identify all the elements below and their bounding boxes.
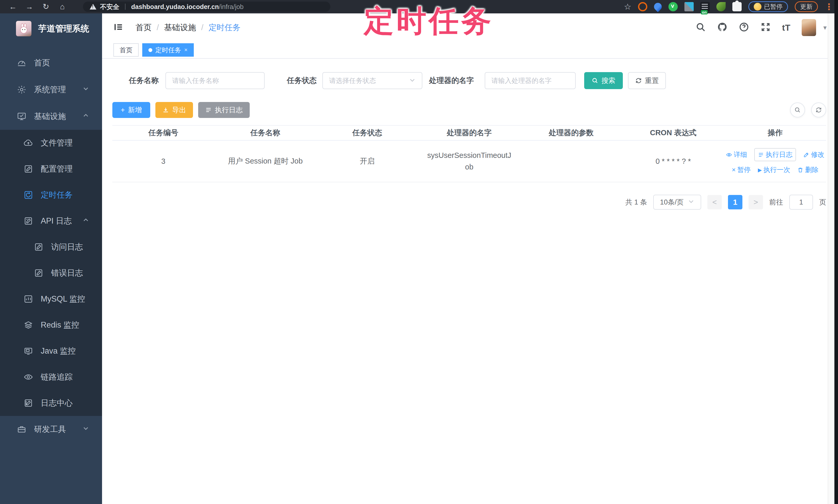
column-header-5: 处理器的参数	[520, 128, 622, 138]
profile-chip[interactable]: 已暂停	[748, 1, 788, 12]
sidebar-item-6[interactable]: 定时任务	[0, 182, 102, 208]
url-host: dashboard.yudao.iocoder.cn	[131, 3, 219, 10]
sidebar-item-8[interactable]: 访问日志	[0, 234, 102, 260]
bookmark-star-icon[interactable]: ☆	[624, 2, 631, 12]
tag-2[interactable]: 定时任务×	[142, 43, 194, 57]
job-status-select[interactable]	[322, 72, 422, 89]
extension-leaf-icon[interactable]	[716, 2, 726, 11]
jobs-table: 任务编号任务名称任务状态处理器的名字处理器的参数CRON 表达式操作 3 用户 …	[112, 125, 826, 182]
column-header-6: CRON 表达式	[622, 128, 724, 138]
sidebar-item-10[interactable]: MySQL 监控	[0, 286, 102, 312]
user-caret-down-icon[interactable]: ▾	[823, 24, 827, 32]
reset-button[interactable]: 重置	[628, 72, 666, 89]
add-button[interactable]: +新增	[112, 102, 150, 118]
job-name-field[interactable]	[165, 72, 265, 89]
app-logo-row: 芋道管理系统	[0, 13, 102, 44]
home-icon[interactable]: ⌂	[54, 0, 71, 13]
tag-1[interactable]: 首页	[114, 43, 139, 57]
app-title: 芋道管理系统	[38, 23, 89, 35]
extension-orange-icon[interactable]	[638, 2, 647, 11]
sidebar-item-15[interactable]: 研发工具	[0, 416, 102, 443]
address-bar[interactable]: 不安全 dashboard.yudao.iocoder.cn/infra/job	[83, 2, 330, 12]
search-button[interactable]: 搜索	[584, 72, 623, 89]
sidebar-fold-icon[interactable]	[114, 22, 124, 33]
export-button[interactable]: 导出	[155, 102, 193, 118]
handler-input[interactable]	[491, 77, 569, 85]
user-avatar[interactable]	[802, 19, 816, 36]
column-header-1: 任务编号	[112, 128, 214, 138]
extension-list-icon[interactable]: on	[700, 2, 710, 11]
annotation-overlay-text: 定时任务	[364, 1, 494, 41]
handler-label: 处理器的名字	[429, 75, 474, 86]
extensions-puzzle-icon[interactable]	[732, 2, 741, 11]
sidebar: 芋道管理系统 首页系统管理基础设施文件管理配置管理定时任务API 日志访问日志错…	[0, 13, 102, 504]
sidebar-item-7[interactable]: API 日志	[0, 208, 102, 234]
window-edge	[834, 0, 838, 504]
sidebar-item-3[interactable]: 基础设施	[0, 103, 102, 130]
active-dot	[149, 48, 152, 52]
dashboard-icon	[16, 57, 27, 69]
sidebar-item-5[interactable]: 配置管理	[0, 156, 102, 182]
page-scrollbar[interactable]	[828, 13, 834, 504]
action-执行一次[interactable]: ▶执行一次	[758, 165, 790, 174]
breadcrumb-item-2[interactable]: 基础设施	[164, 22, 196, 33]
sidebar-item-1[interactable]: 首页	[0, 50, 102, 76]
edit-square-icon	[23, 163, 34, 175]
close-icon[interactable]: ×	[184, 47, 188, 53]
font-size-icon[interactable]: tT	[782, 23, 790, 33]
extension-green-icon[interactable]	[668, 2, 678, 11]
goto-label: 前往	[769, 198, 783, 207]
action-详细[interactable]: 详细	[726, 150, 747, 159]
security-warning-icon[interactable]	[90, 4, 97, 10]
back-icon[interactable]: ←	[5, 0, 21, 13]
timer-icon	[23, 189, 34, 201]
action-删除[interactable]: 删除	[797, 165, 818, 174]
help-icon[interactable]	[739, 22, 749, 33]
job-status-input[interactable]	[329, 77, 409, 85]
extension-grid-icon[interactable]	[684, 2, 694, 11]
action-修改[interactable]: 修改	[803, 150, 824, 159]
action-执行日志[interactable]: 执行日志	[754, 148, 796, 161]
show-search-circle-button[interactable]	[790, 103, 805, 118]
sidebar-item-4[interactable]: 文件管理	[0, 130, 102, 156]
sidebar-item-13[interactable]: 链路追踪	[0, 364, 102, 390]
action-暂停[interactable]: ×暂停	[732, 165, 751, 174]
sidebar-item-12[interactable]: Java 监控	[0, 338, 102, 364]
job-log-button[interactable]: 执行日志	[198, 102, 250, 118]
breadcrumb-item-3[interactable]: 定时任务	[208, 22, 240, 33]
sidebar-item-11[interactable]: Redis 监控	[0, 312, 102, 338]
trace-eye-icon	[23, 371, 34, 383]
search-icon[interactable]	[696, 22, 706, 33]
prev-page-button[interactable]: <	[708, 195, 722, 210]
trash-icon	[797, 167, 803, 173]
job-name-input[interactable]	[172, 77, 258, 85]
pencil-icon	[803, 152, 809, 158]
page-1-button[interactable]: 1	[728, 195, 743, 210]
pagination: 共 1 条 10条/页 < 1 > 前往 页	[112, 195, 826, 210]
sidebar-item-14[interactable]: 日志中心	[0, 390, 102, 416]
cloud-upload-icon	[23, 137, 34, 149]
handler-field[interactable]	[485, 72, 576, 89]
browser-menu-icon[interactable]: ⋮	[825, 2, 833, 12]
sidebar-item-2[interactable]: 系统管理	[0, 76, 102, 103]
table-row: 3 用户 Session 超时 Job 开启 sysUserSessionTim…	[112, 141, 826, 182]
forward-icon[interactable]: →	[21, 0, 38, 13]
access-log-icon	[33, 241, 44, 253]
github-icon[interactable]	[717, 22, 728, 33]
breadcrumb-item-1[interactable]: 首页	[136, 22, 152, 33]
briefcase-icon	[16, 424, 27, 435]
reload-icon[interactable]: ↻	[38, 0, 54, 13]
refresh-circle-button[interactable]	[811, 103, 826, 118]
page-size-select[interactable]: 10条/页	[653, 195, 701, 210]
update-button[interactable]: 更新	[795, 1, 818, 12]
divider	[125, 4, 125, 10]
tagbar: 首页定时任务×	[102, 42, 838, 59]
cell-cron: 0 * * * * ? *	[622, 157, 724, 166]
goto-page-input[interactable]	[789, 195, 813, 210]
fullscreen-icon[interactable]	[761, 22, 771, 33]
next-page-button[interactable]: >	[749, 195, 763, 210]
sidebar-item-9[interactable]: 错误日志	[0, 260, 102, 286]
security-label: 不安全	[100, 3, 119, 11]
page-unit: 页	[819, 198, 826, 207]
extension-pin-icon[interactable]	[652, 1, 663, 12]
